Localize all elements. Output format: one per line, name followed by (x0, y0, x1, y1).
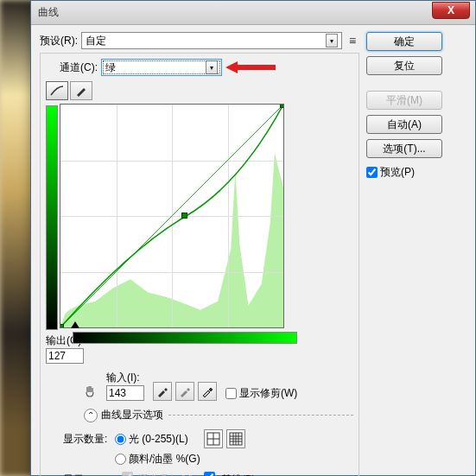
preset-combo[interactable]: 自定 ▾ (81, 32, 342, 49)
light-radio[interactable] (115, 434, 126, 445)
curve-handle-mid[interactable] (181, 213, 187, 219)
close-button[interactable]: X (432, 2, 470, 19)
channel-combo[interactable]: 绿 ▾ (101, 59, 222, 76)
light-label: 光 (0-255)(L) (129, 432, 188, 447)
preset-value: 自定 (86, 34, 106, 48)
preset-menu-icon[interactable]: ≡ (346, 34, 359, 48)
smooth-button: 平滑(M) (366, 91, 442, 110)
curve-handle-start[interactable] (60, 324, 64, 328)
pigment-radio[interactable] (115, 454, 126, 465)
window-title: 曲线 (38, 5, 432, 20)
curve-point-tool[interactable] (46, 81, 68, 100)
eyedropper-white[interactable] (198, 382, 217, 401)
cancel-button[interactable]: 复位 (366, 56, 442, 75)
channel-overlay-checkbox (122, 472, 133, 476)
pigment-label: 颜料/油墨 %(G) (129, 452, 200, 466)
hand-tool-icon[interactable] (80, 382, 99, 401)
preview-label2: 预览(P) (380, 165, 415, 180)
preview-checkbox[interactable] (366, 167, 378, 178)
curve-line[interactable] (60, 105, 283, 327)
show-clipping-label: 显示修剪(W) (239, 386, 297, 401)
input-label: 输入(I): (106, 371, 144, 385)
grid-detailed-icon[interactable] (226, 429, 245, 448)
black-point-slider[interactable] (71, 321, 79, 328)
preset-label: 预设(R): (40, 34, 78, 48)
svg-marker-0 (225, 61, 276, 73)
curve-graph[interactable] (60, 104, 284, 328)
ok-button[interactable]: 确定 (366, 32, 442, 51)
chevron-down-icon: ▾ (326, 34, 338, 48)
input-gradient (73, 332, 297, 344)
curve-display-options-label: 曲线显示选项 (101, 408, 163, 422)
input-field[interactable] (106, 385, 144, 401)
output-gradient (46, 105, 58, 330)
curve-handle-end[interactable] (280, 104, 284, 108)
chevron-down-icon: ▾ (206, 60, 218, 74)
options-button[interactable]: 选项(T)... (366, 139, 442, 158)
eyedropper-black[interactable] (153, 382, 172, 401)
curve-pencil-tool[interactable] (70, 81, 92, 100)
grid-simple-icon[interactable] (204, 429, 223, 448)
display-amount-label: 显示数量: (63, 432, 115, 447)
channel-value: 绿 (105, 60, 116, 75)
collapse-toggle[interactable]: ⌃ (84, 409, 98, 422)
show-label: 显示: (63, 473, 111, 477)
curves-dialog: 曲线 X 预设(R): 自定 ▾ ≡ 通道(C): 绿 ▾ (30, 0, 476, 476)
baseline-checkbox[interactable] (204, 472, 215, 476)
titlebar[interactable]: 曲线 X (31, 1, 475, 25)
annotation-arrow (225, 60, 269, 74)
channel-label: 通道(C): (60, 60, 98, 75)
show-clipping-checkbox[interactable] (225, 388, 237, 399)
output-field[interactable] (46, 348, 84, 364)
eyedropper-gray[interactable] (175, 382, 194, 401)
auto-button[interactable]: 自动(A) (366, 115, 442, 134)
